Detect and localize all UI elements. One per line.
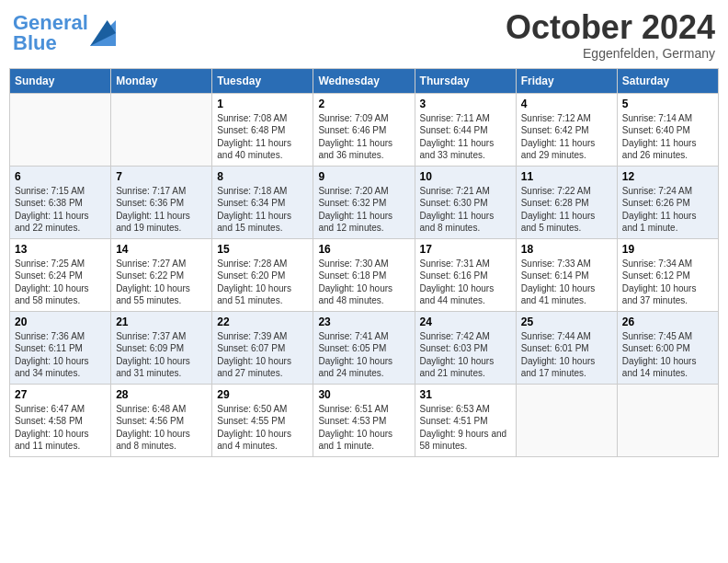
- calendar-header: Sunday Monday Tuesday Wednesday Thursday…: [10, 68, 719, 93]
- sunrise-text: Sunrise: 7:31 AM: [420, 258, 511, 270]
- table-row: 15Sunrise: 7:28 AMSunset: 6:20 PMDayligh…: [212, 238, 313, 311]
- sunrise-text: Sunrise: 7:28 AM: [217, 258, 308, 270]
- sunrise-text: Sunrise: 6:51 AM: [318, 403, 409, 416]
- sunrise-text: Sunrise: 7:36 AM: [15, 330, 106, 343]
- sunrise-text: Sunrise: 6:50 AM: [217, 403, 308, 416]
- calendar-body: 1Sunrise: 7:08 AMSunset: 6:48 PMDaylight…: [10, 93, 719, 456]
- calendar-row: 6Sunrise: 7:15 AMSunset: 6:38 PMDaylight…: [10, 166, 719, 238]
- sunset-text: Sunset: 6:11 PM: [15, 342, 106, 355]
- daylight-text: Daylight: 11 hours and 1 minute.: [622, 210, 713, 235]
- table-row: 18Sunrise: 7:33 AMSunset: 6:14 PMDayligh…: [516, 238, 617, 311]
- location-subtitle: Eggenfelden, Germany: [506, 46, 715, 61]
- daylight-text: Daylight: 11 hours and 5 minutes.: [521, 210, 612, 235]
- day-number: 29: [217, 388, 308, 401]
- table-row: 14Sunrise: 7:27 AMSunset: 6:22 PMDayligh…: [111, 238, 212, 311]
- daylight-text: Daylight: 10 hours and 34 minutes.: [15, 355, 106, 380]
- daylight-text: Daylight: 10 hours and 55 minutes.: [116, 282, 207, 307]
- daylight-text: Daylight: 11 hours and 40 minutes.: [217, 137, 308, 162]
- day-number: 9: [318, 170, 409, 183]
- day-number: 16: [318, 243, 409, 256]
- logo: General Blue: [13, 13, 116, 53]
- day-number: 26: [622, 316, 713, 328]
- day-number: 23: [318, 316, 409, 328]
- day-number: 20: [15, 316, 106, 328]
- calendar-row: 1Sunrise: 7:08 AMSunset: 6:48 PMDaylight…: [10, 93, 719, 166]
- day-info: Sunrise: 7:42 AMSunset: 6:03 PMDaylight:…: [420, 330, 511, 380]
- sunset-text: Sunset: 6:34 PM: [217, 197, 308, 210]
- daylight-text: Daylight: 10 hours and 27 minutes.: [217, 355, 308, 380]
- sunset-text: Sunset: 6:01 PM: [521, 342, 612, 355]
- sunrise-text: Sunrise: 7:08 AM: [217, 112, 308, 125]
- sunset-text: Sunset: 4:53 PM: [318, 415, 409, 428]
- table-row: 9Sunrise: 7:20 AMSunset: 6:32 PMDaylight…: [313, 166, 415, 238]
- sunrise-text: Sunrise: 7:18 AM: [217, 185, 308, 198]
- month-title: October 2024: [506, 9, 715, 46]
- sunrise-text: Sunrise: 7:39 AM: [217, 330, 308, 343]
- daylight-text: Daylight: 11 hours and 15 minutes.: [217, 210, 308, 235]
- daylight-text: Daylight: 11 hours and 36 minutes.: [318, 137, 409, 162]
- sunrise-text: Sunrise: 7:42 AM: [420, 330, 511, 343]
- sunset-text: Sunset: 4:58 PM: [15, 415, 106, 428]
- day-info: Sunrise: 7:34 AMSunset: 6:12 PMDaylight:…: [622, 258, 713, 307]
- day-number: 5: [622, 98, 713, 110]
- table-row: 25Sunrise: 7:44 AMSunset: 6:01 PMDayligh…: [516, 311, 617, 384]
- table-row: 10Sunrise: 7:21 AMSunset: 6:30 PMDayligh…: [415, 166, 516, 238]
- day-info: Sunrise: 6:48 AMSunset: 4:56 PMDaylight:…: [116, 403, 207, 453]
- day-info: Sunrise: 6:47 AMSunset: 4:58 PMDaylight:…: [15, 403, 106, 453]
- daylight-text: Daylight: 10 hours and 4 minutes.: [217, 428, 308, 453]
- day-number: 8: [217, 170, 308, 183]
- sunrise-text: Sunrise: 7:34 AM: [622, 258, 713, 270]
- sunset-text: Sunset: 4:56 PM: [116, 415, 207, 428]
- table-row: 24Sunrise: 7:42 AMSunset: 6:03 PMDayligh…: [415, 311, 516, 384]
- calendar-row: 13Sunrise: 7:25 AMSunset: 6:24 PMDayligh…: [10, 238, 719, 311]
- sunrise-text: Sunrise: 7:24 AM: [622, 185, 713, 198]
- sunrise-text: Sunrise: 7:21 AM: [420, 185, 511, 198]
- daylight-text: Daylight: 10 hours and 17 minutes.: [521, 355, 612, 380]
- table-row: 31Sunrise: 6:53 AMSunset: 4:51 PMDayligh…: [415, 384, 516, 456]
- day-number: 21: [116, 316, 207, 328]
- day-number: 18: [521, 243, 612, 256]
- day-info: Sunrise: 7:17 AMSunset: 6:36 PMDaylight:…: [116, 185, 207, 235]
- logo-text: General Blue: [13, 13, 88, 53]
- sunset-text: Sunset: 6:30 PM: [420, 197, 511, 210]
- table-row: 21Sunrise: 7:37 AMSunset: 6:09 PMDayligh…: [111, 311, 212, 384]
- sunset-text: Sunset: 6:26 PM: [622, 197, 713, 210]
- sunset-text: Sunset: 6:24 PM: [15, 270, 106, 282]
- table-row: 2Sunrise: 7:09 AMSunset: 6:46 PMDaylight…: [313, 93, 415, 166]
- day-info: Sunrise: 7:37 AMSunset: 6:09 PMDaylight:…: [116, 330, 207, 380]
- sunset-text: Sunset: 6:22 PM: [116, 270, 207, 282]
- sunrise-text: Sunrise: 7:15 AM: [15, 185, 106, 198]
- table-row: 20Sunrise: 7:36 AMSunset: 6:11 PMDayligh…: [10, 311, 111, 384]
- table-row: 28Sunrise: 6:48 AMSunset: 4:56 PMDayligh…: [111, 384, 212, 456]
- sunset-text: Sunset: 6:12 PM: [622, 270, 713, 282]
- daylight-text: Daylight: 10 hours and 24 minutes.: [318, 355, 409, 380]
- day-info: Sunrise: 7:41 AMSunset: 6:05 PMDaylight:…: [318, 330, 409, 380]
- sunset-text: Sunset: 6:42 PM: [521, 124, 612, 137]
- day-number: 3: [420, 98, 511, 110]
- col-thursday: Thursday: [415, 68, 516, 93]
- day-number: 24: [420, 316, 511, 328]
- day-number: 25: [521, 316, 612, 328]
- table-row: 5Sunrise: 7:14 AMSunset: 6:40 PMDaylight…: [617, 93, 718, 166]
- sunrise-text: Sunrise: 7:33 AM: [521, 258, 612, 270]
- day-info: Sunrise: 7:14 AMSunset: 6:40 PMDaylight:…: [622, 112, 713, 162]
- sunset-text: Sunset: 6:16 PM: [420, 270, 511, 282]
- sunset-text: Sunset: 6:44 PM: [420, 124, 511, 137]
- sunset-text: Sunset: 6:46 PM: [318, 124, 409, 137]
- sunset-text: Sunset: 6:40 PM: [622, 124, 713, 137]
- sunrise-text: Sunrise: 7:44 AM: [521, 330, 612, 343]
- table-row: 27Sunrise: 6:47 AMSunset: 4:58 PMDayligh…: [10, 384, 111, 456]
- calendar-row: 20Sunrise: 7:36 AMSunset: 6:11 PMDayligh…: [10, 311, 719, 384]
- daylight-text: Daylight: 10 hours and 21 minutes.: [420, 355, 511, 380]
- daylight-text: Daylight: 11 hours and 26 minutes.: [622, 137, 713, 162]
- day-number: 15: [217, 243, 308, 256]
- day-number: 2: [318, 98, 409, 110]
- day-number: 30: [318, 388, 409, 401]
- sunset-text: Sunset: 6:03 PM: [420, 342, 511, 355]
- daylight-text: Daylight: 11 hours and 22 minutes.: [15, 210, 106, 235]
- day-info: Sunrise: 7:22 AMSunset: 6:28 PMDaylight:…: [521, 185, 612, 235]
- day-info: Sunrise: 7:20 AMSunset: 6:32 PMDaylight:…: [318, 185, 409, 235]
- daylight-text: Daylight: 10 hours and 37 minutes.: [622, 282, 713, 307]
- sunset-text: Sunset: 4:51 PM: [420, 415, 511, 428]
- daylight-text: Daylight: 11 hours and 8 minutes.: [420, 210, 511, 235]
